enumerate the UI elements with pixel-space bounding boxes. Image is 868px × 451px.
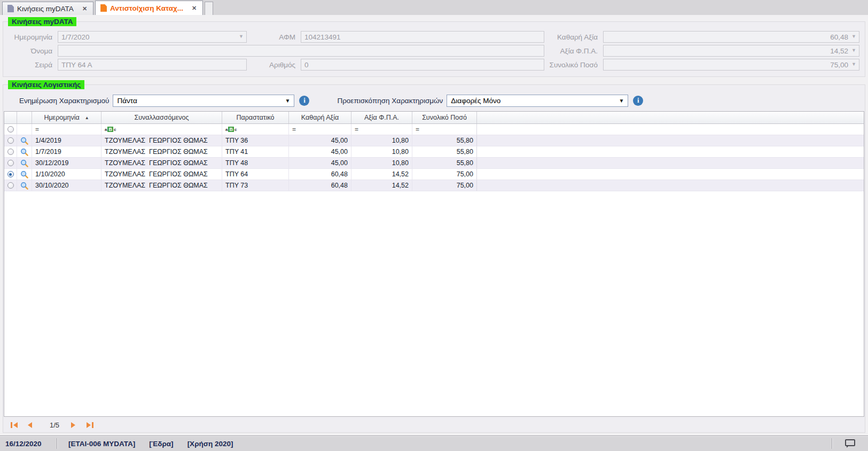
filter-radio-cell[interactable] [4, 124, 17, 135]
tab-antistoixisi-katax[interactable]: Αντιστοίχιση Καταχ... ✕ [95, 1, 203, 15]
status-branch: [Έδρα] [149, 440, 173, 448]
row-zoom-cell[interactable] [17, 146, 32, 157]
magnifier-icon [20, 182, 28, 190]
status-bar: 16/12/2020 [ΕΤΑΙ-006 MYDATA] [Έδρα] [Χρή… [0, 436, 868, 451]
chevron-down-icon: ▼ [619, 98, 624, 104]
grid-header-spacer [477, 112, 864, 123]
equals-filter-icon: = [355, 126, 358, 133]
row-zoom-cell[interactable] [17, 180, 32, 191]
filter-vat[interactable]: = [351, 124, 412, 135]
net-amount-value: 60,48 [830, 33, 848, 41]
column-header-document[interactable]: Παραστατικό [222, 112, 289, 123]
row-select-cell[interactable] [4, 169, 17, 180]
table-row[interactable]: 1/10/2020ΤΖΟΥΜΕΛΑΣ ΓΕΩΡΓΙΟΣ ΘΩΜΑΣΤΠΥ 646… [4, 169, 864, 180]
update-characterization-label: Ενημέρωση Χαρακτηρισμού [19, 97, 109, 105]
row-select-cell[interactable] [4, 146, 17, 157]
magnifier-icon [20, 159, 28, 167]
status-company: [ΕΤΑΙ-006 MYDATA] [68, 440, 135, 448]
magnifier-icon [20, 137, 28, 145]
page-indicator: 1/5 [42, 421, 67, 429]
column-header-net[interactable]: Καθαρή Αξία [289, 112, 351, 123]
cell-vat: 14,52 [351, 169, 412, 180]
radio-button[interactable] [7, 137, 14, 144]
column-header-label: Καθαρή Αξία [301, 114, 339, 121]
cell-net: 45,00 [289, 158, 351, 168]
chat-bubble-icon[interactable] [845, 439, 855, 446]
panel-title-mydata: Κινήσεις myDATA [8, 17, 76, 26]
filter-total[interactable]: = [412, 124, 477, 135]
equals-filter-icon: = [416, 126, 419, 133]
first-page-button[interactable] [10, 422, 26, 429]
cell-total: 55,80 [412, 146, 477, 157]
row-zoom-cell[interactable] [17, 135, 32, 146]
cell-counterpart: ΤΖΟΥΜΕΛΑΣ ΓΕΩΡΓΙΟΣ ΘΩΜΑΣ [101, 169, 222, 180]
cell-counterpart: ΤΖΟΥΜΕΛΑΣ ΓΕΩΡΓΙΟΣ ΘΩΜΑΣ [101, 146, 222, 157]
table-row[interactable]: 30/12/2019ΤΖΟΥΜΕΛΑΣ ΓΕΩΡΓΙΟΣ ΘΩΜΑΣΤΠΥ 48… [4, 158, 864, 169]
info-icon[interactable]: i [299, 96, 309, 106]
close-icon[interactable]: ✕ [81, 5, 88, 12]
cell-date: 1/10/2020 [32, 169, 101, 180]
sort-ascending-icon: ▲ [85, 115, 89, 120]
grid-filter-row: = aBc aBc = = = [4, 124, 864, 135]
column-header-counterpart[interactable]: Συναλλασσόμενος [101, 112, 222, 123]
radio-button[interactable] [7, 182, 14, 189]
tab-kiniseis-mydata[interactable]: Κινήσεις myDATA ✕ [2, 2, 93, 15]
vat-amount-label: Αξία Φ.Π.Α. [545, 47, 602, 55]
table-row[interactable]: 30/10/2020ΤΖΟΥΜΕΛΑΣ ΓΕΩΡΓΙΟΣ ΘΩΜΑΣΤΠΥ 73… [4, 180, 864, 191]
next-page-button[interactable] [70, 422, 86, 429]
column-header-vat[interactable]: Αξία Φ.Π.Α. [351, 112, 412, 123]
previous-page-button[interactable] [26, 422, 42, 429]
cell-net: 45,00 [289, 135, 351, 146]
preview-characterizations-label: Προεπισκόπηση Χαρακτηρισμών [337, 97, 443, 105]
radio-button[interactable] [7, 126, 14, 133]
vat-amount-value: 14,52 [830, 47, 848, 55]
filter-date[interactable]: = [32, 124, 101, 135]
row-select-cell[interactable] [4, 180, 17, 191]
date-value: 1/7/2020 [61, 33, 90, 41]
pagination-bar: 1/5 [3, 417, 865, 433]
update-characterization-dropdown[interactable]: Πάντα ▼ [113, 95, 294, 107]
info-icon[interactable]: i [633, 96, 643, 106]
cell-counterpart: ΤΖΟΥΜΕΛΑΣ ΓΕΩΡΓΙΟΣ ΘΩΜΑΣ [101, 158, 222, 168]
filter-counterpart[interactable]: aBc [101, 124, 222, 135]
close-icon[interactable]: ✕ [191, 5, 198, 12]
selector-column-header [4, 112, 17, 123]
column-header-date[interactable]: Ημερομηνία ▲ [32, 112, 101, 123]
chevron-down-icon: ▼ [851, 34, 856, 39]
radio-button[interactable] [7, 160, 14, 166]
cell-net: 60,48 [289, 180, 351, 191]
status-fiscal-year: [Χρήση 2020] [187, 440, 233, 448]
column-header-label: Συναλλασσόμενος [135, 114, 189, 121]
chevron-down-icon: ▼ [851, 48, 856, 53]
table-row[interactable]: 1/7/2019ΤΖΟΥΜΕΛΑΣ ΓΕΩΡΓΙΟΣ ΘΩΜΑΣΤΠΥ 4145… [4, 146, 864, 158]
cell-date: 1/7/2019 [32, 146, 101, 157]
row-select-cell[interactable] [4, 158, 17, 168]
cell-date: 30/10/2020 [32, 180, 101, 191]
column-header-total[interactable]: Συνολικό Ποσό [412, 112, 477, 123]
last-page-button[interactable] [86, 422, 102, 429]
row-zoom-cell[interactable] [17, 158, 32, 168]
status-divider [57, 438, 57, 449]
filter-net[interactable]: = [289, 124, 351, 135]
characterization-options-row: Ενημέρωση Χαρακτηρισμού Πάντα ▼ i Προεπι… [19, 94, 865, 107]
row-select-cell[interactable] [4, 135, 17, 146]
preview-characterizations-dropdown[interactable]: Διαφορές Μόνο ▼ [447, 95, 628, 107]
radio-button[interactable] [7, 149, 14, 155]
document-icon [100, 4, 107, 12]
status-date: 16/12/2020 [5, 440, 52, 448]
cell-vat: 14,52 [351, 180, 412, 191]
column-header-label: Παραστατικό [236, 114, 274, 121]
row-zoom-cell[interactable] [17, 169, 32, 180]
cell-document: ΤΠΥ 48 [222, 158, 289, 168]
movements-grid: Ημερομηνία ▲ Συναλλασσόμενος Παραστατικό… [4, 111, 864, 417]
series-field: ΤΠΥ 64 Α [58, 59, 247, 71]
cell-counterpart: ΤΖΟΥΜΕΛΑΣ ΓΕΩΡΓΙΟΣ ΘΩΜΑΣ [101, 135, 222, 146]
tab-bar: Κινήσεις myDATA ✕ Αντιστοίχιση Καταχ... … [0, 0, 868, 15]
magnifier-icon [20, 148, 28, 156]
grid-rows: 1/4/2019ΤΖΟΥΜΕΛΑΣ ΓΕΩΡΓΙΟΣ ΘΩΜΑΣΤΠΥ 3645… [4, 135, 864, 191]
total-amount-field: 75,00 ▼ [603, 59, 859, 71]
filter-document[interactable]: aBc [222, 124, 289, 135]
table-row[interactable]: 1/4/2019ΤΖΟΥΜΕΛΑΣ ΓΕΩΡΓΙΟΣ ΘΩΜΑΣΤΠΥ 3645… [4, 135, 864, 146]
radio-button[interactable] [7, 171, 14, 177]
date-label: Ημερομηνία [3, 33, 57, 41]
